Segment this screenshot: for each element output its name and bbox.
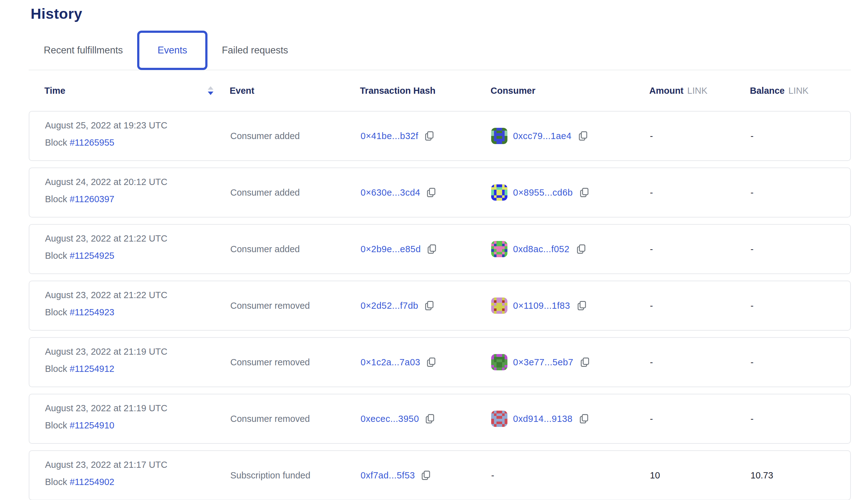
sort-descending-icon[interactable] [208,86,214,95]
consumer-address-link[interactable]: 0xd8ac...f052 [513,244,570,254]
amount-value: - [650,300,653,311]
amount-link-unit: LINK [687,86,707,95]
column-header-amount: AmountLINK [649,86,707,96]
transaction-hash-link[interactable]: 0xf7ad...5f53 [361,470,415,481]
consumer-address-link[interactable]: 0×1109...1f83 [513,300,570,311]
time-cell: August 23, 2022 at 21:17 UTCBlock #11254… [45,460,168,487]
copy-icon[interactable] [576,300,588,311]
table-row: August 23, 2022 at 21:19 UTCBlock #11254… [29,337,851,387]
transaction-hash-cell: 0×1c2a...7a03 [361,356,437,368]
column-header-transaction-hash: Transaction Hash [360,86,436,96]
block-line: Block #11254910 [45,420,168,431]
table-row: August 23, 2022 at 21:17 UTCBlock #11254… [29,450,851,500]
event-timestamp: August 23, 2022 at 21:19 UTC [45,403,168,413]
copy-icon[interactable] [578,186,590,198]
column-header-balance: BalanceLINK [750,86,809,96]
consumer-cell: 0×8955...cd6b [491,184,590,201]
consumer-identicon [491,411,507,427]
block-number-link[interactable]: #11254902 [70,477,114,487]
balance-link-unit: LINK [788,86,808,95]
consumer-address-link[interactable]: 0xcc79...1ae4 [513,131,571,141]
block-number-link[interactable]: #11254912 [70,364,114,374]
event-type-label: Consumer removed [230,414,310,424]
transaction-hash-cell: 0xecec...3950 [361,413,436,425]
tab-events[interactable]: Events [158,45,187,56]
event-timestamp: August 23, 2022 at 21:17 UTC [45,460,168,470]
block-line: Block #11265955 [45,137,168,148]
tab-failed-requests[interactable]: Failed requests [222,45,288,56]
block-line: Block #11260397 [45,194,168,204]
event-timestamp: August 23, 2022 at 21:19 UTC [45,346,168,357]
block-number-link[interactable]: #11265955 [70,137,114,148]
amount-value: - [650,357,653,367]
copy-icon[interactable] [579,356,591,368]
consumer-address-link[interactable]: 0×8955...cd6b [513,188,573,198]
event-timestamp: August 25, 2022 at 19:23 UTC [45,120,168,130]
amount-value: - [650,244,653,254]
tab-recent-fulfillments[interactable]: Recent fulfillments [44,45,123,56]
consumer-cell: 0×1109...1f83 [491,297,588,314]
transaction-hash-link[interactable]: 0×630e...3cd4 [361,188,420,198]
consumer-cell: 0×3e77...5eb7 [491,354,591,370]
consumer-address-link[interactable]: 0xd914...9138 [513,414,572,424]
sort-down-arrow-icon [208,92,214,95]
balance-value: 10.73 [751,470,773,481]
event-timestamp: August 23, 2022 at 21:22 UTC [45,290,168,300]
amount-value: - [650,414,653,424]
transaction-hash-link[interactable]: 0xecec...3950 [361,414,419,424]
table-row: August 23, 2022 at 21:22 UTCBlock #11254… [29,224,851,274]
block-number-link[interactable]: #11254910 [70,420,114,430]
events-table-body: August 25, 2022 at 19:23 UTCBlock #11265… [0,111,868,500]
copy-icon[interactable] [575,243,587,255]
consumer-cell: 0xd8ac...f052 [491,241,587,257]
event-type-label: Consumer removed [230,300,310,311]
transaction-hash-cell: 0xf7ad...5f53 [361,469,432,481]
table-header-row: Time Event Transaction Hash Consumer Amo… [0,70,868,111]
consumer-cell: 0xcc79...1ae4 [491,128,589,144]
consumer-address-link[interactable]: 0×3e77...5eb7 [513,357,573,367]
table-row: August 23, 2022 at 21:22 UTCBlock #11254… [29,281,851,331]
time-cell: August 23, 2022 at 21:22 UTCBlock #11254… [45,234,168,261]
column-header-time[interactable]: Time [44,86,65,96]
consumer-identicon [491,184,507,201]
copy-icon[interactable] [577,130,589,142]
event-type-label: Subscription funded [230,470,310,481]
balance-value: - [751,188,754,198]
amount-value: - [650,188,653,198]
block-number-link[interactable]: #11254925 [70,251,114,261]
block-number-link[interactable]: #11260397 [70,194,114,204]
tab-events-active-box[interactable]: Events [137,31,207,70]
transaction-hash-link[interactable]: 0×2d52...f7db [361,300,418,311]
table-row: August 23, 2022 at 21:19 UTCBlock #11254… [29,394,851,444]
balance-value: - [751,244,754,254]
block-line: Block #11254925 [45,251,168,261]
copy-icon[interactable] [425,356,437,368]
transaction-hash-link[interactable]: 0×41be...b32f [361,131,418,141]
block-line: Block #11254902 [45,477,168,487]
copy-icon[interactable] [424,413,436,425]
transaction-hash-cell: 0×41be...b32f [361,130,435,142]
amount-value: 10 [650,470,660,481]
copy-icon[interactable] [426,243,438,255]
block-number-link[interactable]: #11254923 [70,307,114,317]
copy-icon[interactable] [423,300,435,311]
event-timestamp: August 23, 2022 at 21:22 UTC [45,234,168,244]
time-cell: August 23, 2022 at 21:19 UTCBlock #11254… [45,403,168,431]
table-row: August 25, 2022 at 19:23 UTCBlock #11265… [29,111,851,161]
column-header-consumer: Consumer [491,86,535,96]
transaction-hash-link[interactable]: 0×1c2a...7a03 [361,357,420,367]
balance-value: - [751,357,754,367]
copy-icon[interactable] [420,469,432,481]
transaction-hash-cell: 0×630e...3cd4 [361,186,437,198]
copy-icon[interactable] [423,130,435,142]
copy-icon[interactable] [578,413,590,425]
copy-icon[interactable] [425,186,437,198]
column-header-event: Event [230,86,254,96]
consumer-identicon [491,241,507,257]
block-line: Block #11254912 [45,364,168,374]
tab-bar: Recent fulfillments Events Failed reques… [29,31,851,70]
page-title: History [31,5,868,22]
transaction-hash-link[interactable]: 0×2b9e...e85d [361,244,421,254]
balance-value: - [751,414,754,424]
consumer-identicon [491,128,507,144]
